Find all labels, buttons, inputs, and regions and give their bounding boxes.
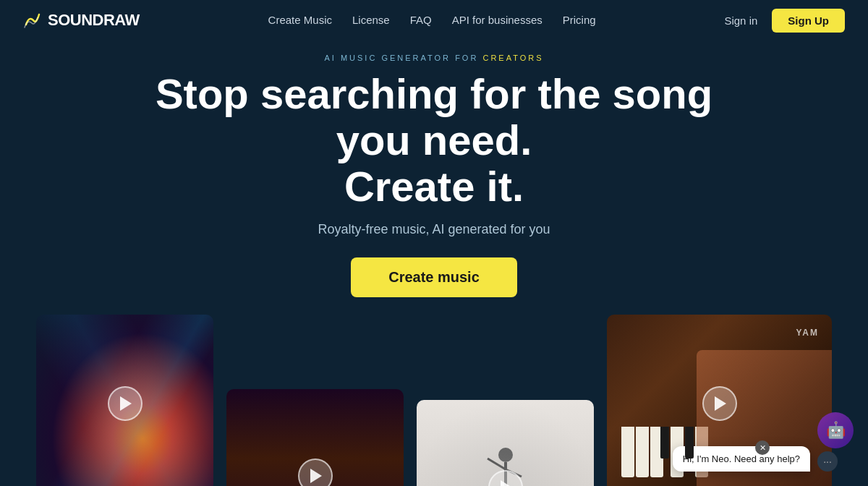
neo-more-button[interactable]: ··· — [817, 451, 838, 472]
play-button-concert[interactable] — [108, 386, 142, 421]
nav-right: Sign in Sign Up — [724, 9, 845, 33]
piano-brand-text: YAM — [796, 328, 819, 338]
hero-section: AI MUSIC GENERATOR FOR CREATORS Stop sea… — [0, 40, 868, 315]
brand-name: SOUNDRAW — [48, 11, 140, 30]
nav-pricing[interactable]: Pricing — [563, 14, 596, 26]
create-music-button[interactable]: Create music — [351, 257, 517, 297]
svg-point-0 — [498, 448, 513, 462]
sign-in-link[interactable]: Sign in — [724, 14, 757, 27]
video-card-dancer[interactable] — [417, 400, 594, 486]
neo-chat-widget: ✕ Hi, I'm Neo. Need any help? 🤖 ··· — [673, 412, 854, 472]
video-card-disco[interactable] — [226, 389, 404, 486]
nav-faq[interactable]: FAQ — [410, 14, 432, 26]
neo-close-button[interactable]: ✕ — [755, 440, 770, 455]
play-button-piano[interactable] — [702, 386, 737, 421]
video-card-concert[interactable] — [36, 315, 213, 486]
hero-title: Stop searching for the song you need. Cr… — [123, 71, 745, 209]
neo-avatar[interactable]: 🤖 — [817, 412, 854, 448]
nav-license[interactable]: License — [352, 14, 390, 26]
logo[interactable]: SOUNDRAW — [23, 10, 140, 30]
nav-create-music[interactable]: Create Music — [268, 14, 332, 26]
svg-line-2 — [488, 459, 506, 469]
navbar: SOUNDRAW Create Music License FAQ API fo… — [0, 0, 868, 40]
sign-up-button[interactable]: Sign Up — [772, 9, 845, 33]
nav-links: Create Music License FAQ API for busines… — [268, 14, 596, 27]
play-button-dancer[interactable] — [488, 470, 523, 486]
play-button-disco[interactable] — [298, 459, 333, 486]
hero-tagline: AI MUSIC GENERATOR FOR CREATORS — [324, 54, 543, 62]
neo-avatar-container: 🤖 ··· — [817, 412, 854, 472]
hero-subtitle: Royalty-free music, AI generated for you — [318, 222, 550, 237]
nav-api[interactable]: API for businesses — [452, 14, 542, 26]
